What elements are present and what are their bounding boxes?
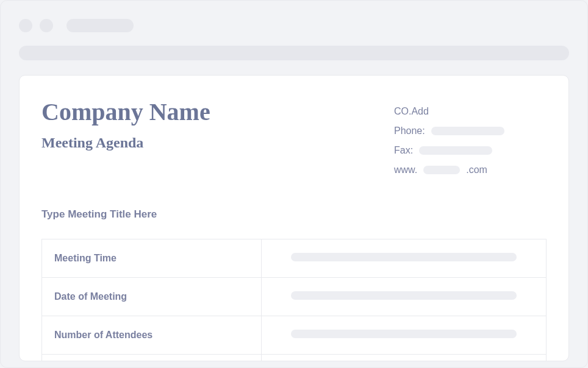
value-placeholder <box>291 330 517 338</box>
row-label: Number of Attendees <box>42 316 262 355</box>
row-value-cell[interactable] <box>262 239 547 278</box>
row-value-cell[interactable] <box>262 316 547 355</box>
company-address-line: CO.Add <box>394 106 547 117</box>
table-row: Date of Meeting <box>42 278 547 316</box>
row-value-cell[interactable] <box>262 355 547 362</box>
tab-placeholder <box>66 19 134 32</box>
company-name[interactable]: Company Name <box>41 97 394 126</box>
address-label: CO.Add <box>394 106 429 117</box>
contact-block: CO.Add Phone: Fax: www. .com <box>394 97 547 184</box>
fax-label: Fax: <box>394 145 413 156</box>
phone-input[interactable] <box>431 127 504 135</box>
document-header: Company Name Meeting Agenda CO.Add Phone… <box>41 97 547 184</box>
website-input[interactable] <box>423 166 460 174</box>
fax-input[interactable] <box>419 146 492 155</box>
www-prefix: www. <box>394 165 417 175</box>
meeting-title-field[interactable]: Type Meeting Title Here <box>41 208 547 221</box>
value-placeholder <box>291 253 517 261</box>
row-label <box>42 355 262 362</box>
browser-chrome <box>1 1 587 60</box>
row-label: Meeting Time <box>42 239 262 278</box>
document-page: Company Name Meeting Agenda CO.Add Phone… <box>19 75 569 361</box>
row-label: Date of Meeting <box>42 278 262 316</box>
window-dot-icon <box>40 19 53 32</box>
phone-line: Phone: <box>394 126 547 136</box>
url-bar[interactable] <box>19 46 569 60</box>
phone-label: Phone: <box>394 126 425 136</box>
meeting-details-table: Meeting Time Date of Meeting Number of A… <box>41 239 547 361</box>
www-suffix: .com <box>466 165 487 175</box>
fax-line: Fax: <box>394 145 547 156</box>
row-value-cell[interactable] <box>262 278 547 316</box>
value-placeholder <box>291 291 517 300</box>
table-row <box>42 355 547 362</box>
window-controls <box>19 19 569 32</box>
website-line: www. .com <box>394 165 547 175</box>
window-dot-icon <box>19 19 32 32</box>
document-subtitle: Meeting Agenda <box>41 135 394 151</box>
table-row: Meeting Time <box>42 239 547 278</box>
browser-frame: Company Name Meeting Agenda CO.Add Phone… <box>0 0 588 368</box>
table-row: Number of Attendees <box>42 316 547 355</box>
